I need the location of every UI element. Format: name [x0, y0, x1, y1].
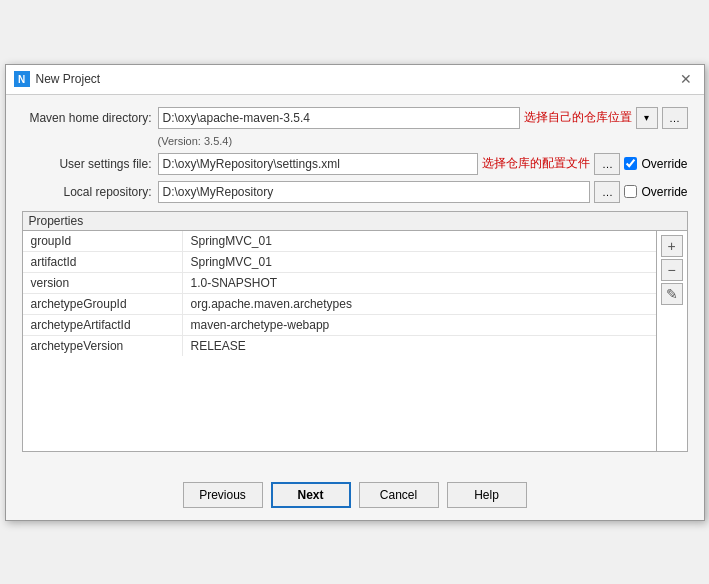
- prop-value: SpringMVC_01: [183, 252, 656, 272]
- remove-property-btn[interactable]: −: [661, 259, 683, 281]
- dialog-title: New Project: [36, 72, 101, 86]
- prop-value: 1.0-SNAPSHOT: [183, 273, 656, 293]
- user-settings-hint: 选择仓库的配置文件: [482, 155, 590, 172]
- user-settings-input[interactable]: [158, 153, 479, 175]
- prop-key: archetypeGroupId: [23, 294, 183, 314]
- prop-key: artifactId: [23, 252, 183, 272]
- app-icon: N: [14, 71, 30, 87]
- close-button[interactable]: ✕: [676, 69, 696, 89]
- add-property-btn[interactable]: +: [661, 235, 683, 257]
- prop-key: version: [23, 273, 183, 293]
- user-settings-browse-btn[interactable]: …: [594, 153, 620, 175]
- user-settings-override-checkbox[interactable]: [624, 157, 637, 170]
- edit-property-btn[interactable]: ✎: [661, 283, 683, 305]
- maven-home-row: Maven home directory: 选择自己的仓库位置 ▾ …: [22, 107, 688, 129]
- table-row[interactable]: artifactId SpringMVC_01: [23, 252, 656, 273]
- maven-home-hint: 选择自己的仓库位置: [524, 109, 632, 126]
- properties-body: groupId SpringMVC_01 artifactId SpringMV…: [23, 231, 687, 451]
- new-project-dialog: N New Project ✕ Maven home directory: 选择…: [5, 64, 705, 521]
- next-button[interactable]: Next: [271, 482, 351, 508]
- table-row[interactable]: version 1.0-SNAPSHOT: [23, 273, 656, 294]
- help-button[interactable]: Help: [447, 482, 527, 508]
- maven-home-input-group: 选择自己的仓库位置 ▾ …: [158, 107, 688, 129]
- prop-value: maven-archetype-webapp: [183, 315, 656, 335]
- table-row[interactable]: groupId SpringMVC_01: [23, 231, 656, 252]
- prop-key: archetypeVersion: [23, 336, 183, 356]
- local-repo-override-checkbox[interactable]: [624, 185, 637, 198]
- prop-value: SpringMVC_01: [183, 231, 656, 251]
- title-bar-left: N New Project: [14, 71, 101, 87]
- table-row[interactable]: archetypeVersion RELEASE: [23, 336, 656, 356]
- user-settings-override-group: Override: [624, 157, 687, 171]
- local-repo-override-group: Override: [624, 185, 687, 199]
- user-settings-row: User settings file: 选择仓库的配置文件 … Override: [22, 153, 688, 175]
- table-row[interactable]: archetypeArtifactId maven-archetype-weba…: [23, 315, 656, 336]
- properties-title: Properties: [23, 212, 687, 231]
- dialog-content: Maven home directory: 选择自己的仓库位置 ▾ … (Ver…: [6, 95, 704, 472]
- maven-home-dropdown-btn[interactable]: ▾: [636, 107, 658, 129]
- maven-version-hint: (Version: 3.5.4): [158, 135, 688, 147]
- local-repo-browse-btn[interactable]: …: [594, 181, 620, 203]
- local-repo-override-label: Override: [641, 185, 687, 199]
- local-repo-row: Local repository: … Override: [22, 181, 688, 203]
- maven-home-label: Maven home directory:: [22, 111, 152, 125]
- local-repo-input-group: … Override: [158, 181, 688, 203]
- user-settings-override-label: Override: [641, 157, 687, 171]
- properties-table: groupId SpringMVC_01 artifactId SpringMV…: [23, 231, 656, 451]
- dialog-footer: Previous Next Cancel Help: [6, 472, 704, 520]
- properties-group: Properties groupId SpringMVC_01 artifact…: [22, 211, 688, 452]
- table-row[interactable]: archetypeGroupId org.apache.maven.archet…: [23, 294, 656, 315]
- prop-value: RELEASE: [183, 336, 656, 356]
- prop-value: org.apache.maven.archetypes: [183, 294, 656, 314]
- previous-button[interactable]: Previous: [183, 482, 263, 508]
- properties-actions: + − ✎: [656, 231, 687, 451]
- local-repo-label: Local repository:: [22, 185, 152, 199]
- local-repo-input[interactable]: [158, 181, 591, 203]
- maven-home-input[interactable]: [158, 107, 520, 129]
- maven-home-browse-btn[interactable]: …: [662, 107, 688, 129]
- user-settings-label: User settings file:: [22, 157, 152, 171]
- prop-key: archetypeArtifactId: [23, 315, 183, 335]
- title-bar: N New Project ✕: [6, 65, 704, 95]
- user-settings-input-group: 选择仓库的配置文件 … Override: [158, 153, 688, 175]
- cancel-button[interactable]: Cancel: [359, 482, 439, 508]
- prop-key: groupId: [23, 231, 183, 251]
